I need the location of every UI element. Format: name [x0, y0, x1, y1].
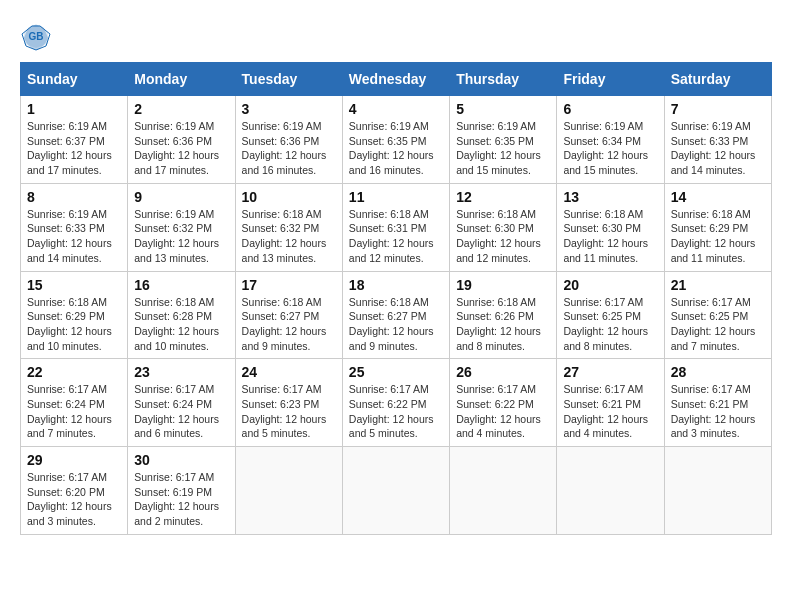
calendar-cell: 17Sunrise: 6:18 AMSunset: 6:27 PMDayligh… — [235, 271, 342, 359]
day-info: Sunrise: 6:18 AMSunset: 6:28 PMDaylight:… — [134, 295, 228, 354]
calendar-cell: 6Sunrise: 6:19 AMSunset: 6:34 PMDaylight… — [557, 96, 664, 184]
day-info: Sunrise: 6:19 AMSunset: 6:33 PMDaylight:… — [27, 207, 121, 266]
day-number: 6 — [563, 101, 657, 117]
day-info: Sunrise: 6:17 AMSunset: 6:23 PMDaylight:… — [242, 382, 336, 441]
calendar-cell: 27Sunrise: 6:17 AMSunset: 6:21 PMDayligh… — [557, 359, 664, 447]
day-info: Sunrise: 6:17 AMSunset: 6:24 PMDaylight:… — [134, 382, 228, 441]
day-number: 26 — [456, 364, 550, 380]
calendar-cell: 10Sunrise: 6:18 AMSunset: 6:32 PMDayligh… — [235, 183, 342, 271]
calendar-cell — [557, 447, 664, 535]
day-of-week-header: Wednesday — [342, 63, 449, 96]
calendar-row: 15Sunrise: 6:18 AMSunset: 6:29 PMDayligh… — [21, 271, 772, 359]
calendar-row: 1Sunrise: 6:19 AMSunset: 6:37 PMDaylight… — [21, 96, 772, 184]
calendar-cell: 29Sunrise: 6:17 AMSunset: 6:20 PMDayligh… — [21, 447, 128, 535]
calendar-cell: 14Sunrise: 6:18 AMSunset: 6:29 PMDayligh… — [664, 183, 771, 271]
day-number: 10 — [242, 189, 336, 205]
calendar-cell: 3Sunrise: 6:19 AMSunset: 6:36 PMDaylight… — [235, 96, 342, 184]
day-info: Sunrise: 6:19 AMSunset: 6:33 PMDaylight:… — [671, 119, 765, 178]
day-of-week-header: Tuesday — [235, 63, 342, 96]
calendar-cell: 18Sunrise: 6:18 AMSunset: 6:27 PMDayligh… — [342, 271, 449, 359]
day-of-week-header: Friday — [557, 63, 664, 96]
day-info: Sunrise: 6:18 AMSunset: 6:27 PMDaylight:… — [242, 295, 336, 354]
day-number: 19 — [456, 277, 550, 293]
calendar-cell: 16Sunrise: 6:18 AMSunset: 6:28 PMDayligh… — [128, 271, 235, 359]
day-info: Sunrise: 6:19 AMSunset: 6:36 PMDaylight:… — [242, 119, 336, 178]
day-of-week-header: Saturday — [664, 63, 771, 96]
calendar-header-row: SundayMondayTuesdayWednesdayThursdayFrid… — [21, 63, 772, 96]
day-number: 3 — [242, 101, 336, 117]
logo: GB — [20, 20, 56, 52]
calendar-cell: 13Sunrise: 6:18 AMSunset: 6:30 PMDayligh… — [557, 183, 664, 271]
day-number: 28 — [671, 364, 765, 380]
day-info: Sunrise: 6:18 AMSunset: 6:31 PMDaylight:… — [349, 207, 443, 266]
day-info: Sunrise: 6:19 AMSunset: 6:37 PMDaylight:… — [27, 119, 121, 178]
svg-text:GB: GB — [29, 31, 44, 42]
day-of-week-header: Sunday — [21, 63, 128, 96]
day-info: Sunrise: 6:17 AMSunset: 6:24 PMDaylight:… — [27, 382, 121, 441]
day-number: 14 — [671, 189, 765, 205]
day-number: 11 — [349, 189, 443, 205]
calendar-cell: 20Sunrise: 6:17 AMSunset: 6:25 PMDayligh… — [557, 271, 664, 359]
day-number: 24 — [242, 364, 336, 380]
day-number: 18 — [349, 277, 443, 293]
day-number: 29 — [27, 452, 121, 468]
calendar-row: 22Sunrise: 6:17 AMSunset: 6:24 PMDayligh… — [21, 359, 772, 447]
day-info: Sunrise: 6:19 AMSunset: 6:35 PMDaylight:… — [456, 119, 550, 178]
calendar-cell: 5Sunrise: 6:19 AMSunset: 6:35 PMDaylight… — [450, 96, 557, 184]
day-number: 15 — [27, 277, 121, 293]
day-info: Sunrise: 6:19 AMSunset: 6:35 PMDaylight:… — [349, 119, 443, 178]
calendar-cell: 22Sunrise: 6:17 AMSunset: 6:24 PMDayligh… — [21, 359, 128, 447]
calendar-cell: 25Sunrise: 6:17 AMSunset: 6:22 PMDayligh… — [342, 359, 449, 447]
calendar-cell: 23Sunrise: 6:17 AMSunset: 6:24 PMDayligh… — [128, 359, 235, 447]
page-header: GB — [20, 20, 772, 52]
day-number: 27 — [563, 364, 657, 380]
calendar-cell: 24Sunrise: 6:17 AMSunset: 6:23 PMDayligh… — [235, 359, 342, 447]
calendar-cell — [450, 447, 557, 535]
day-of-week-header: Thursday — [450, 63, 557, 96]
day-number: 30 — [134, 452, 228, 468]
day-number: 23 — [134, 364, 228, 380]
day-number: 7 — [671, 101, 765, 117]
calendar-cell: 2Sunrise: 6:19 AMSunset: 6:36 PMDaylight… — [128, 96, 235, 184]
day-number: 9 — [134, 189, 228, 205]
day-info: Sunrise: 6:19 AMSunset: 6:34 PMDaylight:… — [563, 119, 657, 178]
calendar-cell: 12Sunrise: 6:18 AMSunset: 6:30 PMDayligh… — [450, 183, 557, 271]
day-number: 21 — [671, 277, 765, 293]
calendar-cell: 7Sunrise: 6:19 AMSunset: 6:33 PMDaylight… — [664, 96, 771, 184]
calendar-cell: 21Sunrise: 6:17 AMSunset: 6:25 PMDayligh… — [664, 271, 771, 359]
calendar-cell — [664, 447, 771, 535]
calendar-cell: 4Sunrise: 6:19 AMSunset: 6:35 PMDaylight… — [342, 96, 449, 184]
day-number: 5 — [456, 101, 550, 117]
day-info: Sunrise: 6:17 AMSunset: 6:25 PMDaylight:… — [563, 295, 657, 354]
day-info: Sunrise: 6:19 AMSunset: 6:36 PMDaylight:… — [134, 119, 228, 178]
day-info: Sunrise: 6:18 AMSunset: 6:26 PMDaylight:… — [456, 295, 550, 354]
day-info: Sunrise: 6:18 AMSunset: 6:29 PMDaylight:… — [671, 207, 765, 266]
calendar-cell: 19Sunrise: 6:18 AMSunset: 6:26 PMDayligh… — [450, 271, 557, 359]
day-info: Sunrise: 6:17 AMSunset: 6:19 PMDaylight:… — [134, 470, 228, 529]
day-number: 25 — [349, 364, 443, 380]
day-number: 4 — [349, 101, 443, 117]
day-number: 20 — [563, 277, 657, 293]
day-info: Sunrise: 6:18 AMSunset: 6:30 PMDaylight:… — [456, 207, 550, 266]
calendar-cell: 11Sunrise: 6:18 AMSunset: 6:31 PMDayligh… — [342, 183, 449, 271]
day-number: 1 — [27, 101, 121, 117]
day-info: Sunrise: 6:17 AMSunset: 6:22 PMDaylight:… — [456, 382, 550, 441]
day-info: Sunrise: 6:18 AMSunset: 6:27 PMDaylight:… — [349, 295, 443, 354]
day-info: Sunrise: 6:18 AMSunset: 6:30 PMDaylight:… — [563, 207, 657, 266]
calendar-cell: 15Sunrise: 6:18 AMSunset: 6:29 PMDayligh… — [21, 271, 128, 359]
day-number: 2 — [134, 101, 228, 117]
day-info: Sunrise: 6:17 AMSunset: 6:20 PMDaylight:… — [27, 470, 121, 529]
day-info: Sunrise: 6:17 AMSunset: 6:25 PMDaylight:… — [671, 295, 765, 354]
day-number: 16 — [134, 277, 228, 293]
day-info: Sunrise: 6:18 AMSunset: 6:32 PMDaylight:… — [242, 207, 336, 266]
day-number: 13 — [563, 189, 657, 205]
day-number: 8 — [27, 189, 121, 205]
calendar-cell — [235, 447, 342, 535]
day-info: Sunrise: 6:17 AMSunset: 6:21 PMDaylight:… — [671, 382, 765, 441]
day-info: Sunrise: 6:18 AMSunset: 6:29 PMDaylight:… — [27, 295, 121, 354]
day-info: Sunrise: 6:19 AMSunset: 6:32 PMDaylight:… — [134, 207, 228, 266]
calendar-cell: 26Sunrise: 6:17 AMSunset: 6:22 PMDayligh… — [450, 359, 557, 447]
day-of-week-header: Monday — [128, 63, 235, 96]
calendar-cell: 28Sunrise: 6:17 AMSunset: 6:21 PMDayligh… — [664, 359, 771, 447]
day-number: 17 — [242, 277, 336, 293]
